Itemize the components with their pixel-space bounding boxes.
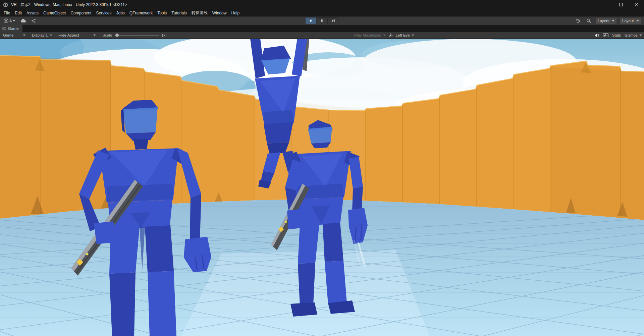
chevron-down-icon	[50, 35, 52, 36]
stats-toggle[interactable]: Stats	[612, 32, 621, 39]
toolbar-left-group: A	[2, 18, 37, 24]
menu-bar: File Edit Assets GameObject Component Se…	[0, 9, 644, 16]
stereo-sun-icon	[389, 33, 393, 37]
account-initial: A	[9, 19, 12, 23]
chevron-down-icon	[23, 35, 25, 36]
tab-game[interactable]: Game	[0, 25, 22, 32]
layers-label: Layers	[598, 19, 610, 23]
version-control-button[interactable]	[30, 18, 37, 24]
menu-qframework[interactable]: QFramework	[127, 9, 155, 16]
toolbar-right-group: Layers Layout	[574, 17, 641, 24]
display-target-dropdown[interactable]: Game	[0, 32, 29, 39]
chevron-down-icon	[612, 20, 614, 21]
chevron-down-icon	[13, 20, 15, 21]
chevron-down-icon	[636, 20, 639, 21]
aspect-label: Free Aspect	[58, 33, 91, 37]
layers-dropdown[interactable]: Layers	[595, 17, 617, 24]
menu-help[interactable]: Help	[229, 9, 242, 16]
close-icon	[634, 3, 638, 7]
step-icon	[331, 19, 335, 23]
undo-history-button[interactable]	[574, 18, 582, 24]
cloud-button[interactable]	[19, 18, 28, 23]
game-view-mid-group: Play Maximized Left Eye	[354, 32, 414, 39]
menu-edit[interactable]: Edit	[12, 9, 24, 16]
maximize-button[interactable]	[613, 0, 629, 9]
gizmos-dropdown[interactable]: Gizmos	[625, 32, 642, 39]
pause-button[interactable]	[317, 17, 328, 24]
main-toolbar: A	[0, 16, 644, 25]
scale-label: Scale	[99, 33, 113, 37]
account-person-icon	[4, 18, 8, 23]
scale-slider[interactable]	[115, 35, 159, 36]
layout-label: Layout	[622, 19, 634, 23]
scale-slider-thumb[interactable]	[115, 34, 119, 37]
menu-jobs[interactable]: Jobs	[114, 9, 127, 16]
unity-window: VR - 展示2 - Windows, Mac, Linux - Unity 2…	[0, 0, 644, 336]
display-target-label: Game	[3, 33, 21, 37]
display-label: Display 1	[32, 33, 48, 37]
play-maximized-label: Play Maximized	[354, 33, 381, 37]
metrics-icon[interactable]	[603, 33, 608, 37]
close-button[interactable]	[629, 0, 644, 9]
tab-strip: Game	[0, 25, 644, 32]
minimize-button[interactable]	[598, 0, 613, 9]
display-dropdown[interactable]: Display 1	[29, 32, 55, 39]
menu-window[interactable]: Window	[210, 9, 229, 16]
play-icon	[309, 19, 313, 23]
maximize-icon	[619, 3, 623, 6]
play-maximized-dropdown[interactable]: Play Maximized	[354, 32, 386, 39]
chevron-down-icon	[412, 35, 414, 36]
game-view-icon	[2, 26, 6, 31]
window-controls	[598, 0, 644, 9]
unity-logo-icon	[3, 2, 8, 7]
version-control-icon	[31, 18, 36, 23]
chevron-down-icon	[639, 35, 642, 36]
window-title: VR - 展示2 - Windows, Mac, Linux - Unity 2…	[11, 2, 127, 8]
aspect-dropdown[interactable]: Free Aspect	[55, 32, 99, 39]
menu-services[interactable]: Services	[94, 9, 114, 16]
game-scene	[0, 39, 644, 336]
game-view-right-group: Stats Gizmos	[594, 32, 642, 39]
menu-assets[interactable]: Assets	[24, 9, 41, 16]
scale-value: 1x	[161, 33, 165, 37]
menu-file[interactable]: File	[1, 9, 12, 16]
step-button[interactable]	[328, 17, 339, 24]
mute-audio-icon[interactable]	[594, 33, 599, 38]
cloud-icon	[20, 19, 26, 23]
menu-gameobject[interactable]: GameObject	[41, 9, 68, 16]
play-button[interactable]	[306, 17, 317, 24]
game-viewport[interactable]	[0, 39, 644, 336]
search-icon	[586, 18, 591, 23]
menu-tools[interactable]: Tools	[155, 9, 169, 16]
title-bar: VR - 展示2 - Windows, Mac, Linux - Unity 2…	[0, 0, 644, 9]
pause-icon	[320, 19, 324, 23]
menu-tutorials[interactable]: Tutorials	[169, 9, 189, 16]
stereo-eye-dropdown[interactable]: Left Eye	[396, 32, 414, 39]
menu-component[interactable]: Component	[68, 9, 94, 16]
menu-pipeline-convert[interactable]: 转换管线	[189, 9, 210, 16]
play-controls	[306, 17, 339, 24]
gizmos-label: Gizmos	[625, 33, 638, 37]
chevron-down-icon	[383, 35, 386, 36]
account-button[interactable]: A	[2, 18, 17, 24]
stats-label: Stats	[612, 33, 621, 37]
chevron-down-icon	[93, 35, 96, 36]
minimize-icon	[604, 5, 607, 5]
stereo-eye-label: Left Eye	[396, 33, 410, 37]
layout-dropdown[interactable]: Layout	[620, 17, 641, 24]
tab-game-label: Game	[8, 26, 18, 31]
game-view-toolbar: Game Display 1 Free Aspect Scale 1x Play…	[0, 32, 644, 39]
undo-history-icon	[576, 18, 581, 23]
search-button[interactable]	[585, 18, 592, 24]
